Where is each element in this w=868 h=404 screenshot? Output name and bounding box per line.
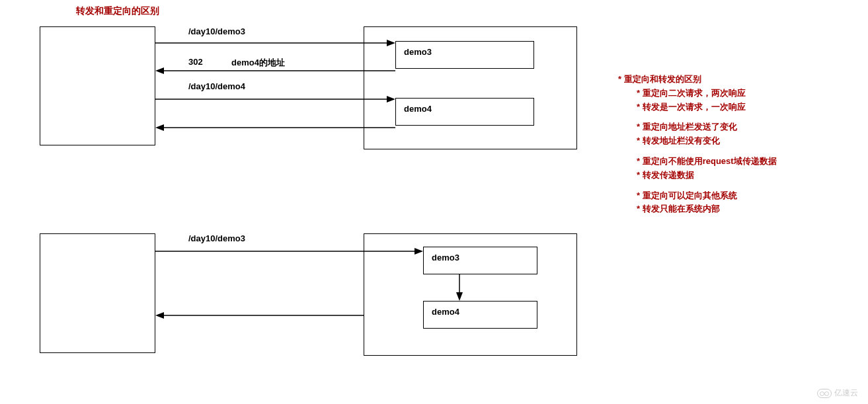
server-demo4-label-1: demo4: [404, 104, 432, 114]
server-demo4-label-2: demo4: [432, 307, 459, 317]
arrow-resp-fwd: [155, 312, 367, 319]
diagram-title: 转发和重定向的区别: [76, 5, 159, 17]
watermark-icon: [817, 389, 832, 398]
note-line: * 转发传递数据: [637, 169, 777, 182]
svg-marker-3: [155, 67, 164, 74]
note-line: * 重定向可以定向其他系统: [637, 189, 777, 203]
client-box-2: [40, 233, 155, 353]
note-line: * 转发地址栏没有变化: [637, 134, 777, 148]
note-line: * 转发只能在系统内部: [637, 202, 777, 216]
note-line: * 重定向地址栏发送了变化: [637, 120, 777, 134]
note-line: * 转发是一次请求，一次响应: [637, 101, 777, 114]
server-demo3-box-2: demo3: [423, 247, 537, 274]
arrow-req2: [155, 96, 397, 102]
note-line: * 重定向二次请求，两次响应: [637, 87, 777, 101]
arrow-resp-final-1: [155, 124, 397, 131]
arrow-req1: [155, 40, 397, 46]
arrow-resp302-addr: demo4的地址: [231, 57, 285, 69]
server-demo4-box-2: demo4: [423, 301, 537, 329]
server-demo4-box-1: demo4: [395, 98, 534, 126]
server-demo3-box-1: demo3: [395, 41, 534, 69]
svg-marker-7: [155, 124, 164, 131]
svg-marker-1: [387, 40, 395, 46]
svg-marker-9: [414, 248, 423, 255]
watermark-text: 亿速云: [834, 387, 858, 399]
client-box-1: [40, 26, 155, 145]
notes-heading: * 重定向和转发的区别: [618, 73, 777, 87]
arrow-resp302-code: 302: [188, 57, 203, 67]
arrow-req1-label: /day10/demo3: [188, 26, 245, 36]
svg-marker-5: [387, 96, 395, 102]
notes-panel: * 重定向和转发的区别 * 重定向二次请求，两次响应 * 转发是一次请求，一次响…: [618, 73, 777, 223]
watermark: 亿速云: [817, 387, 858, 399]
server-demo3-label-1: demo3: [404, 47, 432, 57]
svg-marker-13: [155, 312, 164, 319]
server-demo3-label-2: demo3: [432, 253, 459, 263]
arrow-internal-fwd: [456, 274, 463, 301]
arrow-req-fwd: [155, 248, 423, 255]
arrow-req-fwd-label: /day10/demo3: [188, 233, 245, 243]
note-line: * 重定向不能使用request域传递数据: [637, 155, 777, 169]
arrow-req2-label: /day10/demo4: [188, 81, 245, 91]
svg-marker-11: [456, 292, 463, 301]
